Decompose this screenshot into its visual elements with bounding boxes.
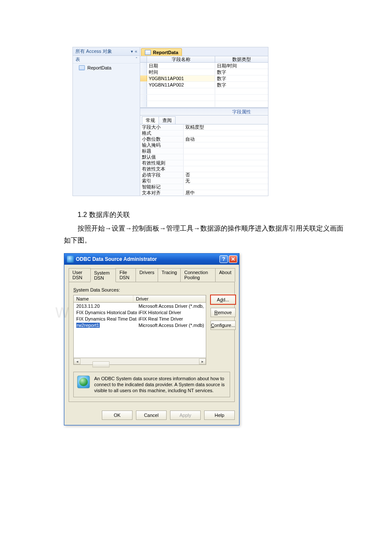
table-row[interactable] [140, 101, 268, 107]
data-type-cell[interactable] [215, 95, 268, 101]
property-row[interactable]: 字段大小双精度型 [140, 124, 268, 130]
help-button[interactable]: Help [204, 410, 235, 420]
row-selector[interactable] [140, 75, 147, 81]
add-button[interactable]: Add... [210, 295, 236, 304]
tab-tracing[interactable]: Tracing [158, 268, 181, 282]
field-name-cell[interactable]: 日期 [147, 63, 215, 69]
section-paragraph: 按照开始→设置→控制面板→管理工具→数据源的操作顺序进入数据库引用关联定义画面如… [64, 223, 345, 246]
property-value[interactable] [184, 166, 268, 172]
list-item[interactable]: rw2report1Microsoft Access Driver (*.mdb… [74, 322, 206, 328]
property-row[interactable]: 格式 [140, 130, 268, 136]
field-name-cell[interactable]: Y0GBN11AP002 [147, 82, 215, 88]
row-selector[interactable] [140, 95, 147, 101]
property-row[interactable]: 标题 [140, 148, 268, 154]
table-row[interactable] [140, 88, 268, 95]
tab-general[interactable]: 常规 [142, 116, 159, 124]
property-row[interactable]: 有效性规则 [140, 160, 268, 166]
property-value[interactable]: 双精度型 [184, 124, 268, 130]
data-type-cell[interactable]: 日期/时间 [215, 63, 268, 69]
field-name-cell[interactable] [147, 95, 215, 101]
col-driver[interactable]: Driver [133, 295, 206, 302]
property-value[interactable] [184, 160, 268, 166]
property-row[interactable]: 文本对齐居中 [140, 190, 268, 196]
nav-pane-header[interactable]: 所有 Access 对象 ▾ « [73, 47, 140, 56]
tab-about[interactable]: About [215, 268, 235, 282]
field-name-cell[interactable] [147, 88, 215, 94]
property-value[interactable]: 自动 [184, 136, 268, 142]
property-row[interactable]: 智能标记 [140, 184, 268, 190]
property-value[interactable] [184, 184, 268, 190]
data-type-cell[interactable] [215, 88, 268, 94]
property-row[interactable]: 小数位数自动 [140, 136, 268, 142]
configure-button[interactable]: Configure... [210, 321, 236, 330]
dialog-title: ODBC Data Source Administrator [76, 256, 157, 262]
property-row[interactable]: 有效性文本 [140, 166, 268, 172]
chevron-up-icon[interactable]: ˆ [136, 57, 137, 62]
remove-button[interactable]: Remove [210, 308, 236, 317]
property-value[interactable] [184, 148, 268, 154]
table-row[interactable]: 日期日期/时间 [140, 63, 268, 69]
property-row[interactable]: 默认值 [140, 154, 268, 160]
data-source-list[interactable]: Name Driver 2013.11.20Microsoft Access D… [73, 295, 206, 365]
table-row[interactable] [140, 95, 268, 101]
col-name[interactable]: Name [74, 295, 133, 302]
list-item[interactable]: FIX Dynamics Real Time DataiFIX Real Tim… [74, 315, 206, 322]
dsn-name: FIX Dynamics Historical Data [74, 310, 137, 315]
access-window: 所有 Access 对象 ▾ « 表 ˆ ReportData ReportDa… [72, 47, 268, 196]
nav-group-tables[interactable]: 表 ˆ [73, 56, 140, 64]
table-row[interactable]: Y0GBN11AP002数字 [140, 82, 268, 88]
list-item[interactable]: FIX Dynamics Historical DataiFIX Histori… [74, 309, 206, 315]
property-value[interactable]: 否 [184, 172, 268, 178]
data-type-cell[interactable]: 数字 [215, 69, 268, 75]
row-selector[interactable] [140, 101, 147, 107]
horizontal-scrollbar[interactable]: ◂ ▸ [73, 358, 206, 365]
scroll-thumb[interactable] [92, 361, 110, 367]
table-row[interactable]: 时间数字 [140, 69, 268, 75]
scroll-right-icon[interactable]: ▸ [199, 358, 206, 364]
table-row[interactable]: Y0GBN11AP001数字 [140, 75, 268, 82]
data-type-cell[interactable] [215, 101, 268, 107]
property-row[interactable]: 输入掩码 [140, 142, 268, 148]
property-value[interactable]: 无 [184, 178, 268, 184]
apply-button[interactable]: Apply [170, 410, 201, 420]
tab-lookup[interactable]: 查阅 [159, 116, 176, 124]
list-item[interactable]: 2013.11.20Microsoft Access Driver (*.mdb… [74, 303, 206, 309]
dsn-name: 2013.11.20 [74, 304, 137, 309]
property-value[interactable]: 居中 [184, 190, 268, 196]
row-selector[interactable] [140, 69, 147, 75]
list-rows[interactable]: 2013.11.20Microsoft Access Driver (*.mdb… [73, 303, 206, 358]
tab-system-dsn[interactable]: System DSN [90, 269, 116, 282]
property-row[interactable]: 索引无 [140, 178, 268, 184]
property-row[interactable]: 必填字段否 [140, 172, 268, 178]
field-name-cell[interactable]: 时间 [147, 69, 215, 75]
property-value[interactable] [184, 130, 268, 136]
col-field-name[interactable]: 字段名称 [147, 56, 215, 62]
nav-item-reportdata[interactable]: ReportData [73, 64, 140, 72]
list-header: Name Driver [73, 295, 206, 303]
row-selector[interactable] [140, 63, 147, 69]
data-type-cell[interactable]: 数字 [215, 82, 268, 88]
row-selector[interactable] [140, 82, 147, 88]
property-value[interactable] [184, 154, 268, 160]
data-type-cell[interactable]: 数字 [215, 75, 268, 81]
row-selector[interactable] [140, 88, 147, 94]
close-button[interactable]: ✕ [229, 255, 237, 263]
dropdown-icon[interactable]: ▾ [131, 49, 133, 54]
help-button[interactable]: ? [219, 255, 228, 263]
tab-file-dsn[interactable]: File DSN [115, 268, 136, 282]
field-name-cell[interactable]: Y0GBN11AP001 [147, 75, 215, 81]
collapse-icon[interactable]: « [135, 49, 137, 54]
tab-user-dsn[interactable]: User DSN [69, 268, 91, 282]
dialog-titlebar[interactable]: ODBC Data Source Administrator ? ✕ [64, 254, 239, 265]
tab-drivers[interactable]: Drivers [135, 268, 158, 282]
property-value[interactable] [184, 142, 268, 148]
col-data-type[interactable]: 数据类型 [215, 56, 268, 62]
tab-reportdata[interactable]: ReportData [141, 48, 182, 56]
cancel-button[interactable]: Cancel [136, 410, 167, 420]
row-selector-header[interactable] [140, 56, 147, 62]
dsn-driver: Microsoft Access Driver (*.mdb) [137, 323, 206, 328]
ok-button[interactable]: OK [102, 410, 133, 420]
field-name-cell[interactable] [147, 101, 215, 107]
tab-connection-pooling[interactable]: Connection Pooling [180, 268, 216, 282]
scroll-left-icon[interactable]: ◂ [74, 358, 81, 364]
